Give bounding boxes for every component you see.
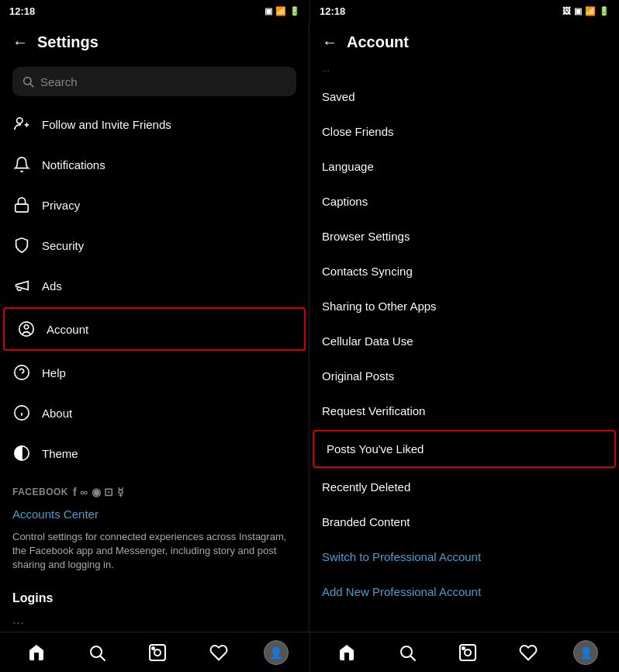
fb2-icon: ◉ [92,486,102,498]
left-status-bar: 12:18 ▣ 📶 🔋 [0,0,310,22]
heart-nav-icon-left[interactable] [203,637,234,668]
account-menu-saved[interactable]: Saved [310,79,619,114]
account-menu-captions[interactable]: Captions [310,184,619,219]
menu-item-security[interactable]: Security [0,225,309,265]
menu-label-about: About [42,407,72,420]
info-circle-icon [12,404,31,422]
menu-label-privacy: Privacy [42,199,80,212]
account-menu-contacts-syncing[interactable]: Contacts Syncing [310,254,619,289]
account-header: ← Account [310,22,619,62]
profile-nav-icon-right[interactable]: 👤 [573,640,598,665]
menu-label-account: Account [47,323,88,336]
account-menu-posts-liked[interactable]: Posts You've Liked [313,430,616,468]
svg-line-15 [101,656,105,660]
home-nav-icon-left[interactable] [21,637,52,668]
messenger-icon: ☿ [117,486,125,498]
settings-back-button[interactable]: ← [12,33,28,51]
theme-icon [12,444,31,462]
svg-point-8 [15,365,29,379]
svg-point-2 [17,118,22,123]
reels-nav-icon-right[interactable] [452,637,483,668]
menu-item-ads[interactable]: Ads [0,265,309,306]
settings-title: Settings [37,33,99,51]
menu-item-theme[interactable]: Theme [0,433,309,473]
person-add-icon [12,115,31,133]
shield-icon [12,236,31,255]
right-bottom-nav: 👤 [310,632,619,672]
account-menu-branded-content[interactable]: Branded Content [310,504,619,539]
question-circle-icon [12,363,31,382]
menu-label-follow: Follow and Invite Friends [42,118,171,131]
account-title: Account [347,33,409,51]
lock-icon [12,196,31,214]
account-panel: ← Account ··· Saved Close Friends Langua… [310,22,619,632]
svg-line-1 [30,84,33,87]
menu-item-notifications[interactable]: Notifications [0,144,309,185]
search-icon [22,75,34,88]
svg-point-7 [24,325,29,330]
left-time: 12:18 [9,5,35,17]
account-menu-sharing[interactable]: Sharing to Other Apps [310,289,619,324]
account-menu-add-professional[interactable]: Add New Professional Account [310,574,619,609]
facebook-label: FACEBOOK f ∞ ◉ ⊡ ☿ [12,486,296,498]
svg-rect-5 [16,204,29,212]
bottom-navigation: 👤 👤 [0,632,619,672]
menu-label-theme: Theme [42,447,78,460]
heart-nav-icon-right[interactable] [513,637,544,668]
menu-label-ads: Ads [42,279,62,293]
menu-label-security: Security [42,239,84,252]
menu-item-account[interactable]: Account [3,307,306,351]
instagram-fb-icon: ⊡ [104,486,114,498]
account-back-button[interactable]: ← [322,33,337,51]
menu-label-help: Help [42,366,66,379]
menu-item-help[interactable]: Help [0,352,309,393]
account-menu-cellular[interactable]: Cellular Data Use [310,324,619,359]
facebook-section: FACEBOOK f ∞ ◉ ⊡ ☿ [0,473,309,501]
menu-item-about[interactable]: About [0,393,309,433]
bell-icon [12,155,31,174]
account-menu-close-friends[interactable]: Close Friends [310,114,619,149]
svg-line-20 [411,656,416,660]
account-menu: ··· Saved Close Friends Language Caption… [310,62,619,632]
left-bottom-nav: 👤 [0,632,310,672]
right-status-icons: 🖼 ▣ 📶 🔋 [562,6,610,16]
account-menu-language[interactable]: Language [310,149,619,184]
menu-label-notifications: Notifications [42,158,105,171]
menu-item-follow[interactable]: Follow and Invite Friends [0,104,309,144]
svg-point-23 [462,647,465,649]
search-nav-icon-right[interactable] [392,637,423,668]
right-time: 12:18 [320,5,345,17]
person-circle-icon [17,320,36,338]
account-menu-request-verification[interactable]: Request Verification [310,393,619,428]
right-status-bar: 12:18 🖼 ▣ 📶 🔋 [310,0,619,22]
svg-point-22 [465,649,471,656]
account-menu-browser-settings[interactable]: Browser Settings [310,219,619,254]
facebook-icon: f [73,486,77,498]
more-items-indicator: ··· [0,608,309,632]
megaphone-icon [12,276,31,295]
account-menu-recently-deleted[interactable]: Recently Deleted [310,469,619,504]
svg-point-17 [154,649,161,656]
settings-panel: ← Settings Search [0,22,310,632]
profile-nav-icon-left[interactable]: 👤 [264,640,289,665]
search-nav-icon-left[interactable] [81,637,112,668]
fb-description: Control settings for connected experienc… [0,527,309,582]
meta-icon: ∞ [80,486,88,498]
logins-section: Logins [0,582,309,608]
settings-header: ← Settings [0,22,309,62]
scroll-indicator-top: ··· [310,62,619,79]
search-bar[interactable]: Search [12,67,296,96]
accounts-center-link[interactable]: Accounts Center [0,501,309,527]
account-menu-switch-professional[interactable]: Switch to Professional Account [310,539,619,574]
menu-item-privacy[interactable]: Privacy [0,185,309,225]
logins-label: Logins [12,591,296,605]
home-nav-icon-right[interactable] [331,637,362,668]
reels-nav-icon-left[interactable] [142,637,173,668]
account-menu-original-posts[interactable]: Original Posts [310,359,619,393]
search-placeholder: Search [40,75,78,88]
settings-menu: Follow and Invite Friends Notifications [0,104,309,632]
svg-point-18 [152,647,154,649]
left-status-icons: ▣ 📶 🔋 [265,6,300,16]
